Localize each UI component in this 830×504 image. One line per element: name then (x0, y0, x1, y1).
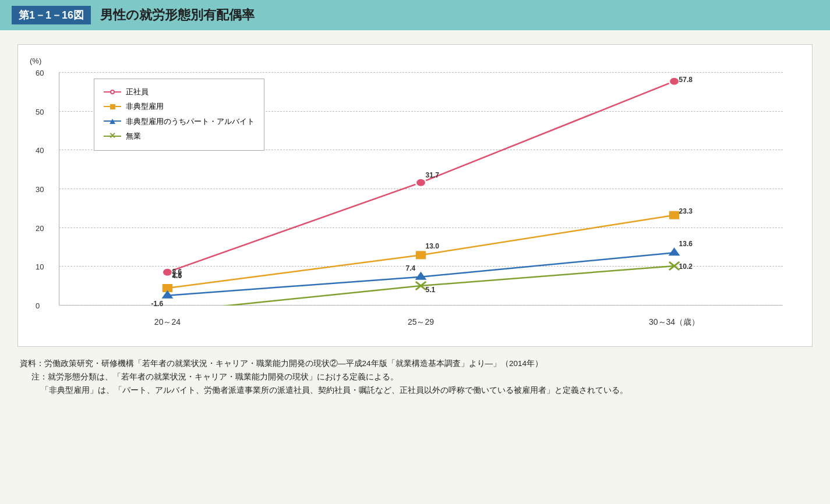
y-tick-50: 50 (36, 107, 44, 116)
legend-item-2: 非典型雇用のうちパート・アルバイト (104, 115, 255, 128)
footnote-source: 資料：労働政策研究・研修機構「若年者の就業状況・キャリア・職業能力開発の現状②―… (20, 357, 813, 371)
footnote-note1: 注：就労形態分類は、「若年者の就業状況・キャリア・職業能力開発の現状」における定… (20, 371, 813, 384)
chart-container: (%) 0 10 20 30 (17, 44, 813, 347)
chart-legend: 正社員 非典型雇用 非典型雇用のうちパート・アルバイト (94, 79, 264, 151)
footnote-note2: 「非典型雇用」は、「パート、アルバイト、労働者派遣事業所の派遣社員、契約社員・嘱… (20, 384, 813, 397)
legend-line-2 (104, 120, 121, 122)
figure-label: 第1－1－16図 (12, 6, 91, 24)
y-tick-40: 40 (36, 146, 44, 155)
data-label-s3-2: 10.2 (679, 262, 693, 271)
data-label-s1-1: 13.0 (426, 242, 439, 250)
data-label-s3-0: -1.6 (151, 300, 163, 308)
marker-s1-1 (416, 251, 426, 259)
legend-line-0 (104, 91, 121, 93)
chart-plot: 0 10 20 30 40 50 60 (59, 73, 783, 306)
marker-s1-2 (669, 211, 679, 219)
y-axis-unit: (%) (30, 56, 41, 65)
legend-label-0: 正社員 (126, 85, 149, 98)
legend-marker-0 (110, 90, 115, 94)
legend-item-3: ✕ 無業 (104, 129, 255, 143)
marker-s0-0 (163, 268, 172, 276)
data-label-s1-2: 23.3 (679, 207, 693, 215)
data-label-s3-1: 5.1 (426, 286, 436, 294)
chart-area: (%) 0 10 20 30 (30, 56, 794, 335)
data-label-s2-2: 13.6 (679, 240, 693, 248)
legend-label-3: 無業 (126, 129, 141, 143)
main-content: (%) 0 10 20 30 (0, 30, 830, 504)
marker-s2-1 (415, 272, 427, 280)
x-tick-20-24: 20～24 (154, 317, 181, 328)
footnotes: 資料：労働政策研究・研修機構「若年者の就業状況・キャリア・職業能力開発の現状②―… (17, 357, 813, 397)
x-tick-30-34: 30～34（歳） (649, 317, 700, 328)
data-label-s0-1: 31.7 (426, 171, 439, 179)
page-header: 第1－1－16図 男性の就労形態別有配偶率 (0, 0, 830, 30)
y-tick-0: 0 (36, 301, 40, 310)
data-label-s2-1: 7.4 (406, 264, 416, 272)
y-tick-60: 60 (36, 69, 44, 77)
legend-label-2: 非典型雇用のうちパート・アルバイト (126, 115, 255, 128)
legend-item-1: 非典型雇用 (104, 100, 255, 113)
legend-item-0: 正社員 (104, 85, 255, 98)
marker-s0-2 (669, 77, 679, 86)
legend-label-1: 非典型雇用 (126, 100, 164, 113)
legend-line-3: ✕ (104, 136, 121, 137)
legend-marker-3: ✕ (109, 129, 116, 143)
y-tick-10: 10 (36, 262, 44, 271)
data-label-s0-2: 57.8 (679, 76, 693, 84)
x-tick-25-29: 25～29 (408, 317, 434, 328)
legend-line-1 (104, 106, 121, 107)
legend-marker-1 (110, 104, 115, 109)
marker-s2-2 (669, 247, 680, 255)
y-tick-30: 30 (36, 185, 44, 194)
marker-s0-1 (416, 179, 426, 187)
legend-marker-2 (110, 119, 115, 124)
data-label-s2-0: 2.6 (172, 271, 182, 279)
y-tick-20: 20 (36, 223, 44, 232)
chart-title: 男性の就労形態別有配偶率 (100, 6, 255, 24)
